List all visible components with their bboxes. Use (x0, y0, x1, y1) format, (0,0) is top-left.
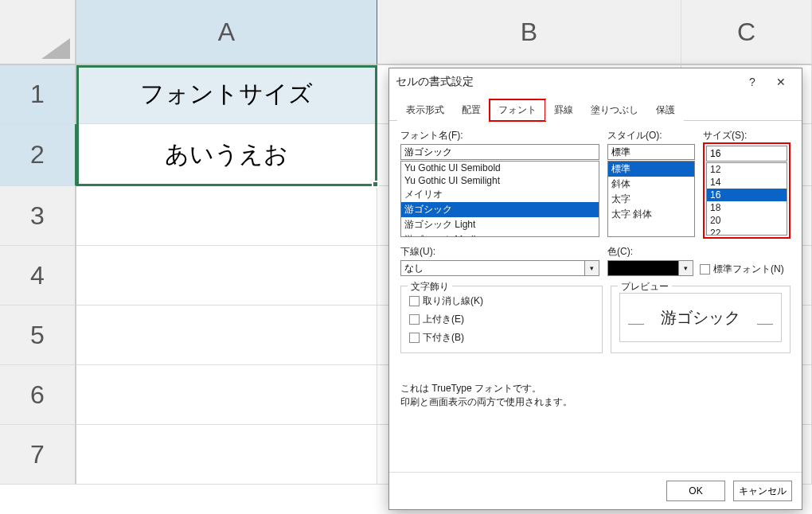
tab-fill[interactable]: 塗りつぶし (582, 99, 647, 121)
preview-box: 游ゴシック (619, 293, 782, 342)
tab-align[interactable]: 配置 (453, 99, 490, 121)
chevron-down-icon[interactable]: ▾ (585, 260, 599, 276)
list-item[interactable]: 游ゴシック Medium (401, 232, 599, 237)
font-name-input[interactable] (400, 144, 599, 160)
truetype-note-line1: これは TrueType フォントです。 (400, 382, 791, 395)
dialog-separator (389, 472, 802, 473)
dialog-tabs: 表示形式 配置 フォント 罫線 塗りつぶし 保護 (389, 95, 802, 121)
size-highlight-frame: 121416182022 (703, 142, 791, 239)
dialog-titlebar[interactable]: セルの書式設定 ? ✕ (389, 68, 802, 95)
cancel-button[interactable]: キャンセル (733, 481, 792, 501)
cell-A5[interactable] (76, 306, 377, 365)
format-cells-dialog: セルの書式設定 ? ✕ 表示形式 配置 フォント 罫線 塗りつぶし 保護 フォン… (388, 68, 802, 510)
column-header-C[interactable]: C (681, 0, 812, 65)
row-header-5[interactable]: 5 (0, 306, 76, 365)
row-header-3[interactable]: 3 (0, 186, 76, 246)
preview-legend: プレビュー (618, 280, 672, 294)
column-header-B[interactable]: B (377, 0, 681, 65)
tab-font[interactable]: フォント (490, 99, 545, 121)
font-size-list[interactable]: 121416182022 (706, 162, 787, 236)
underline-dropdown[interactable]: ▾ (400, 260, 599, 276)
selection-border (76, 65, 377, 186)
close-button[interactable]: ✕ (767, 72, 795, 92)
underline-label: 下線(U): (400, 245, 599, 259)
list-item[interactable]: 12 (707, 163, 787, 176)
default-font-label: 標準フォント(N) (713, 263, 784, 276)
checkbox-icon (409, 333, 420, 343)
text-decoration-legend: 文字飾り (408, 280, 452, 294)
help-button[interactable]: ? (738, 72, 767, 92)
strikethrough-checkbox[interactable]: 取り消し線(K) (409, 294, 594, 308)
fill-handle[interactable] (372, 181, 379, 188)
truetype-note: これは TrueType フォントです。 印刷と画面表示の両方で使用されます。 (400, 382, 791, 409)
checkbox-icon (409, 296, 420, 306)
truetype-note-line2: 印刷と画面表示の両方で使用されます。 (400, 395, 791, 409)
list-item[interactable]: 20 (707, 214, 787, 227)
row-header-6[interactable]: 6 (0, 365, 76, 425)
list-item[interactable]: 16 (707, 189, 787, 201)
list-item[interactable]: Yu Gothic UI Semilight (401, 174, 599, 187)
list-item[interactable]: 游ゴシック Light (401, 217, 599, 232)
list-item[interactable]: 游ゴシック (401, 202, 599, 217)
list-item[interactable]: メイリオ (401, 187, 599, 202)
list-item[interactable]: Yu Gothic UI Semibold (401, 162, 599, 174)
row-header-7[interactable]: 7 (0, 425, 76, 485)
chevron-down-icon[interactable]: ▾ (679, 260, 693, 276)
list-item[interactable]: 18 (707, 201, 787, 214)
list-item[interactable]: 太字 (608, 192, 694, 207)
color-dropdown[interactable]: ▾ (607, 260, 693, 276)
color-swatch (607, 260, 679, 276)
font-name-label: フォント名(F): (400, 129, 599, 142)
preview-text: 游ゴシック (661, 307, 740, 329)
list-item[interactable]: 14 (707, 176, 787, 189)
list-item[interactable]: 斜体 (608, 177, 694, 192)
dialog-title: セルの書式設定 (396, 75, 474, 89)
font-name-list[interactable]: Yu Gothic UI SemiboldYu Gothic UI Semili… (400, 161, 599, 237)
select-all-corner[interactable] (0, 0, 76, 65)
tab-format[interactable]: 表示形式 (397, 99, 453, 121)
tab-protect[interactable]: 保護 (647, 99, 684, 121)
default-font-checkbox[interactable]: 標準フォント(N) (700, 263, 784, 276)
font-size-input[interactable] (706, 146, 787, 162)
font-size-label: サイズ(S): (703, 129, 791, 142)
checkbox-icon (409, 314, 420, 325)
preview-group: プレビュー 游ゴシック (611, 286, 791, 353)
dialog-body: フォント名(F): Yu Gothic UI SemiboldYu Gothic… (389, 121, 802, 417)
list-item[interactable]: 22 (707, 227, 787, 236)
row-header-4[interactable]: 4 (0, 246, 76, 306)
cell-A6[interactable] (76, 365, 377, 425)
superscript-label: 上付き(E) (423, 313, 464, 326)
column-header-A[interactable]: A (76, 0, 377, 65)
font-style-input[interactable] (607, 144, 695, 160)
cell-A7[interactable] (76, 425, 377, 485)
ok-button[interactable]: OK (666, 481, 725, 501)
font-style-label: スタイル(O): (607, 129, 695, 142)
row-header-1[interactable]: 1 (0, 65, 76, 124)
checkbox-icon (700, 264, 710, 275)
text-decoration-group: 文字飾り 取り消し線(K) 上付き(E) 下付き(B) (400, 286, 603, 353)
cell-A3[interactable] (76, 186, 377, 246)
underline-input[interactable] (400, 260, 585, 276)
subscript-label: 下付き(B) (423, 331, 464, 345)
cell-A4[interactable] (76, 246, 377, 306)
row-header-2[interactable]: 2 (0, 124, 76, 186)
subscript-checkbox[interactable]: 下付き(B) (409, 331, 594, 345)
list-item[interactable]: 太字 斜体 (608, 207, 694, 222)
strikethrough-label: 取り消し線(K) (423, 294, 483, 308)
list-item[interactable]: 標準 (608, 162, 694, 177)
dialog-buttons: OK キャンセル (666, 481, 792, 501)
tab-border[interactable]: 罫線 (545, 99, 582, 121)
color-label: 色(C): (607, 245, 693, 259)
superscript-checkbox[interactable]: 上付き(E) (409, 313, 594, 326)
font-style-list[interactable]: 標準斜体太字太字 斜体 (607, 161, 695, 237)
